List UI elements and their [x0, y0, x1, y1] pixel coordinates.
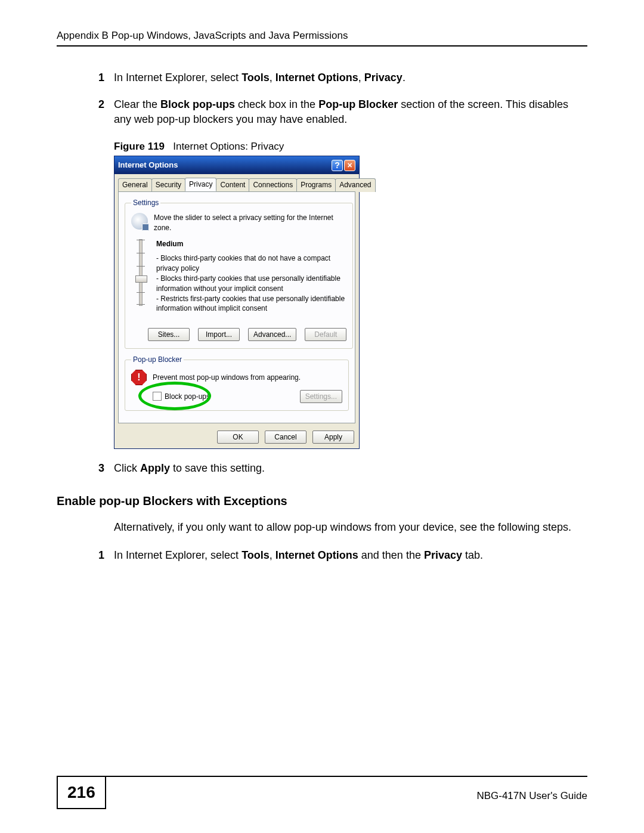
tab-strip: General Security Privacy Content Connect… [114, 174, 359, 191]
settings-legend: Settings [131, 198, 160, 208]
popup-intro: Prevent most pop-up windows from appeari… [153, 373, 301, 383]
default-button: Default [305, 328, 346, 341]
globe-icon [131, 213, 148, 230]
tab-programs[interactable]: Programs [296, 178, 336, 192]
tab-security[interactable]: Security [151, 178, 185, 192]
step-number: 3 [98, 461, 114, 476]
privacy-level: Medium [156, 239, 346, 249]
privacy-description: - Blocks third-party cookies that do not… [156, 253, 346, 314]
figure-caption: Figure 119 Internet Options: Privacy [114, 140, 587, 154]
appendix-title: Appendix B Pop-up Windows, JavaScripts a… [57, 30, 348, 42]
step2-1: 1 In Internet Explorer, select Tools, In… [98, 548, 587, 563]
page-header: Appendix B Pop-up Windows, JavaScripts a… [57, 30, 587, 47]
apply-button[interactable]: Apply [312, 431, 354, 444]
cancel-button[interactable]: Cancel [265, 431, 306, 444]
guide-name: NBG-417N User's Guide [476, 784, 587, 802]
block-popups-label: Block pop-ups [165, 392, 210, 402]
sites-button[interactable]: Sites... [148, 328, 190, 341]
step-text: Click Apply to save this setting. [114, 461, 265, 476]
popup-blocker-group: Pop-up Blocker ! Prevent most pop-up win… [125, 355, 349, 411]
page-footer: 216 NBG-417N User's Guide [57, 776, 587, 809]
step-3: 3 Click Apply to save this setting. [98, 461, 587, 476]
main-content: 1 In Internet Explorer, select Tools, In… [98, 70, 587, 563]
settings-group: Settings Move the slider to select a pri… [125, 198, 353, 349]
section-para: Alternatively, if you only want to allow… [114, 520, 587, 535]
popup-legend: Pop-up Blocker [131, 355, 184, 365]
step-number: 2 [98, 97, 114, 127]
import-button[interactable]: Import... [198, 328, 240, 341]
page-number: 216 [57, 776, 106, 809]
dialog-title: Internet Options [118, 160, 178, 171]
step-text: In Internet Explorer, select Tools, Inte… [114, 548, 483, 563]
step-number: 1 [98, 548, 114, 563]
block-popups-checkbox[interactable] [153, 392, 162, 401]
tab-privacy[interactable]: Privacy [185, 178, 216, 191]
tab-connections[interactable]: Connections [249, 178, 297, 192]
tab-body: Settings Move the slider to select a pri… [118, 191, 355, 423]
ok-button[interactable]: OK [217, 431, 259, 444]
dialog-button-row: OK Cancel Apply [114, 427, 359, 448]
dialog-titlebar[interactable]: Internet Options ? × [114, 156, 359, 174]
step-1: 1 In Internet Explorer, select Tools, In… [98, 70, 587, 85]
internet-options-dialog: Internet Options ? × General Security Pr… [114, 156, 360, 449]
tab-general[interactable]: General [118, 178, 152, 192]
close-icon[interactable]: × [344, 160, 355, 171]
stop-icon: ! [131, 370, 147, 385]
section-heading: Enable pop-up Blockers with Exceptions [57, 493, 587, 509]
slider-thumb-icon[interactable] [135, 275, 147, 283]
help-icon[interactable]: ? [332, 160, 343, 171]
tab-advanced[interactable]: Advanced [335, 178, 375, 192]
popup-settings-button: Settings... [300, 390, 342, 403]
settings-intro: Move the slider to select a privacy sett… [154, 213, 346, 233]
step-text: Clear the Block pop-ups check box in the… [114, 97, 587, 127]
privacy-slider[interactable] [135, 239, 147, 314]
step-number: 1 [98, 70, 114, 85]
advanced-button[interactable]: Advanced... [248, 328, 296, 341]
step-text: In Internet Explorer, select Tools, Inte… [114, 70, 405, 85]
step-2: 2 Clear the Block pop-ups check box in t… [98, 97, 587, 127]
tab-content[interactable]: Content [216, 178, 249, 192]
